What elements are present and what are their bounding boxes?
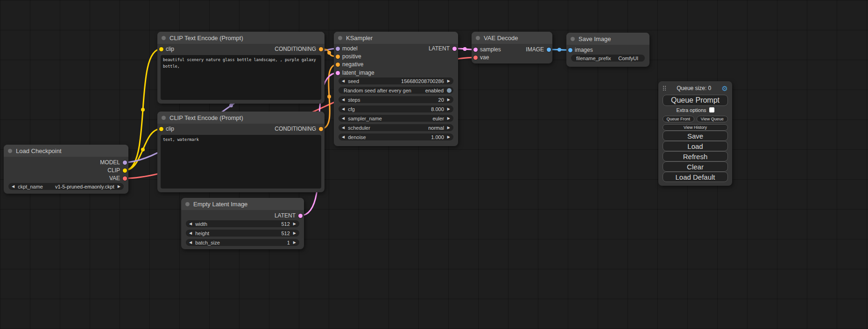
node-ksampler[interactable]: KSampler model LATENT positive negative … <box>334 32 458 146</box>
increment-arrow-icon[interactable]: ▶ <box>293 222 296 226</box>
widget-steps[interactable]: ◀ steps 20 ▶ <box>339 96 453 103</box>
collapse-dot-icon[interactable] <box>185 202 190 206</box>
node-clip-text-encode-negative[interactable]: CLIP Text Encode (Prompt) clip CONDITION… <box>157 112 325 192</box>
settings-gear-icon[interactable]: ⚙ <box>722 85 728 92</box>
comfy-menu-panel: Queue size: 0 ⚙ Queue Prompt Extra optio… <box>658 81 732 186</box>
output-dot-conditioning[interactable] <box>319 47 323 51</box>
node-title-bar[interactable]: Load Checkpoint <box>4 145 128 157</box>
slot-label: VAE <box>109 175 120 182</box>
load-button[interactable]: Load <box>663 141 728 151</box>
widget-width[interactable]: ◀ width 512 ▶ <box>186 220 299 227</box>
decrement-arrow-icon[interactable]: ◀ <box>189 241 192 245</box>
collapse-dot-icon[interactable] <box>162 36 166 40</box>
node-title: Empty Latent Image <box>193 201 247 208</box>
collapse-dot-icon[interactable] <box>8 149 12 153</box>
widget-filename-prefix[interactable]: filename_prefix ComfyUI <box>571 55 645 62</box>
output-dot-clip[interactable] <box>123 168 127 173</box>
node-title-bar[interactable]: Save Image <box>566 33 649 45</box>
input-dot-positive[interactable] <box>336 55 340 59</box>
widget-ckpt-name[interactable]: ◀ ckpt_name v1-5-pruned-emaonly.ckpt ▶ <box>8 183 124 190</box>
output-dot-vae[interactable] <box>123 176 127 181</box>
node-load-checkpoint[interactable]: Load Checkpoint MODEL CLIP VAE ◀ ckpt_na… <box>4 145 128 194</box>
widget-value: 20 <box>438 97 444 103</box>
increment-arrow-icon[interactable]: ▶ <box>447 126 450 130</box>
load-default-button[interactable]: Load Default <box>663 172 728 182</box>
widget-random-seed-toggle[interactable]: Random seed after every gen enabled <box>339 87 453 94</box>
clear-button[interactable]: Clear <box>663 161 728 172</box>
node-empty-latent-image[interactable]: Empty Latent Image LATENT ◀ width 512 ▶ … <box>181 198 304 249</box>
widget-sampler-name[interactable]: ◀ sampler_name euler ▶ <box>339 115 453 122</box>
decrement-arrow-icon[interactable]: ◀ <box>189 231 192 235</box>
slot-label: LATENT <box>429 45 450 52</box>
slot-label: vae <box>480 54 489 61</box>
node-title-bar[interactable]: Empty Latent Image <box>181 198 304 210</box>
widget-label: scheduler <box>348 125 370 131</box>
save-button[interactable]: Save <box>663 131 728 141</box>
widget-batch-size[interactable]: ◀ batch_size 1 ▶ <box>186 239 299 246</box>
node-title-bar[interactable]: CLIP Text Encode (Prompt) <box>157 32 325 44</box>
increment-arrow-icon[interactable]: ▶ <box>447 79 450 83</box>
widget-denoise[interactable]: ◀ denoise 1.000 ▶ <box>339 133 453 140</box>
output-dot-latent[interactable] <box>452 47 457 51</box>
toggle-knob-icon[interactable] <box>447 88 452 93</box>
widget-value: 512 <box>281 231 289 236</box>
widget-height[interactable]: ◀ height 512 ▶ <box>186 230 299 237</box>
input-slot-negative: negative <box>334 61 458 68</box>
view-queue-button[interactable]: View Queue <box>697 116 728 122</box>
node-clip-text-encode-positive[interactable]: CLIP Text Encode (Prompt) clip CONDITION… <box>157 32 325 104</box>
slot-label: images <box>575 47 593 53</box>
widget-scheduler[interactable]: ◀ scheduler normal ▶ <box>339 124 453 131</box>
decrement-arrow-icon[interactable]: ◀ <box>12 185 14 189</box>
node-title-bar[interactable]: CLIP Text Encode (Prompt) <box>157 112 325 124</box>
output-dot-model[interactable] <box>123 161 127 165</box>
widget-label: filename_prefix <box>576 56 611 61</box>
prompt-textarea[interactable]: beautiful scenery nature glass bottle la… <box>161 55 321 100</box>
node-title-bar[interactable]: VAE Decode <box>472 32 552 44</box>
output-slot-model: MODEL <box>4 159 128 166</box>
extra-options-row: Extra options <box>663 106 728 114</box>
output-dot-image[interactable] <box>547 48 551 52</box>
queue-prompt-button[interactable]: Queue Prompt <box>663 95 728 106</box>
widget-value: 8.000 <box>431 106 444 112</box>
input-dot-latent-image[interactable] <box>336 71 340 75</box>
increment-arrow-icon[interactable]: ▶ <box>447 98 450 102</box>
collapse-dot-icon[interactable] <box>162 116 166 120</box>
increment-arrow-icon[interactable]: ▶ <box>293 241 296 245</box>
collapse-dot-icon[interactable] <box>476 36 480 40</box>
input-dot-images[interactable] <box>568 48 572 52</box>
decrement-arrow-icon[interactable]: ◀ <box>342 135 345 139</box>
slot-label: CLIP <box>107 167 120 174</box>
node-save-image[interactable]: Save Image images filename_prefix ComfyU… <box>566 33 649 67</box>
queue-front-button[interactable]: Queue Front <box>663 116 694 122</box>
increment-arrow-icon[interactable]: ▶ <box>118 185 120 189</box>
prompt-textarea[interactable]: text, watermark <box>161 135 321 189</box>
widget-value: 156680208700286 <box>401 78 444 84</box>
input-dot-negative[interactable] <box>336 63 340 67</box>
decrement-arrow-icon[interactable]: ◀ <box>342 126 345 130</box>
node-vae-decode[interactable]: VAE Decode samples IMAGE vae <box>472 32 552 63</box>
widget-seed[interactable]: ◀ seed 156680208700286 ▶ <box>339 77 453 84</box>
output-dot-latent[interactable] <box>298 214 303 218</box>
decrement-arrow-icon[interactable]: ◀ <box>342 117 345 120</box>
output-dot-conditioning[interactable] <box>319 127 323 131</box>
node-title-bar[interactable]: KSampler <box>334 32 458 44</box>
increment-arrow-icon[interactable]: ▶ <box>293 231 296 235</box>
drag-handle-icon[interactable] <box>663 85 666 91</box>
widget-cfg[interactable]: ◀ cfg 8.000 ▶ <box>339 105 453 112</box>
decrement-arrow-icon[interactable]: ◀ <box>189 222 192 226</box>
extra-options-checkbox[interactable] <box>709 107 714 112</box>
collapse-dot-icon[interactable] <box>571 37 575 41</box>
widget-label: batch_size <box>195 240 220 245</box>
input-dot-vae[interactable] <box>473 56 478 60</box>
decrement-arrow-icon[interactable]: ◀ <box>342 107 345 111</box>
increment-arrow-icon[interactable]: ▶ <box>447 135 450 139</box>
view-history-button[interactable]: View History <box>663 124 728 131</box>
increment-arrow-icon[interactable]: ▶ <box>447 107 450 111</box>
decrement-arrow-icon[interactable]: ◀ <box>342 79 345 83</box>
refresh-button[interactable]: Refresh <box>663 151 728 161</box>
increment-arrow-icon[interactable]: ▶ <box>447 117 450 120</box>
decrement-arrow-icon[interactable]: ◀ <box>342 98 345 102</box>
collapse-dot-icon[interactable] <box>338 36 342 40</box>
slot-label: negative <box>342 61 363 68</box>
widget-label: sampler_name <box>348 116 382 121</box>
